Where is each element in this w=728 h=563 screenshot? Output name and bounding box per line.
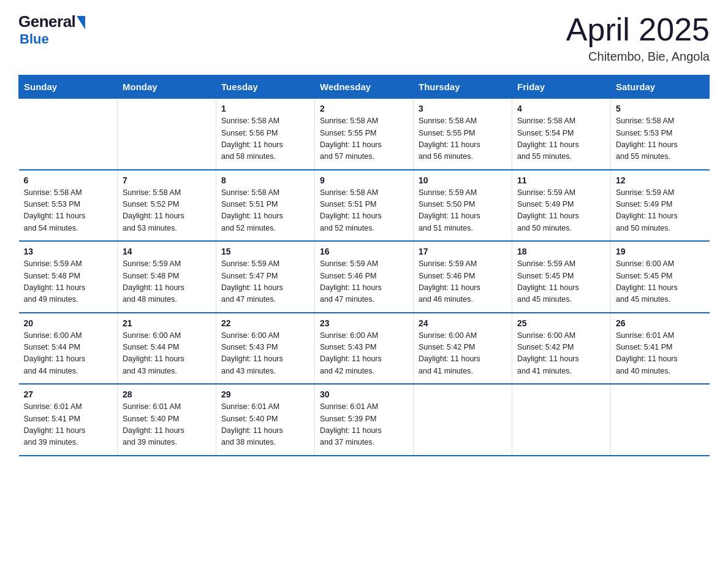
day-number: 29 — [221, 389, 309, 399]
weekday-header-row: SundayMondayTuesdayWednesdayThursdayFrid… — [19, 75, 710, 99]
day-info: Sunrise: 6:00 AM Sunset: 5:43 PM Dayligh… — [221, 330, 309, 378]
logo-blue-text: Blue — [20, 31, 49, 47]
day-info: Sunrise: 5:58 AM Sunset: 5:51 PM Dayligh… — [221, 187, 309, 235]
day-number: 4 — [517, 104, 605, 113]
day-number: 2 — [320, 104, 408, 113]
calendar-cell — [118, 99, 216, 170]
calendar-cell: 15Sunrise: 5:59 AM Sunset: 5:47 PM Dayli… — [216, 241, 315, 313]
day-number: 6 — [24, 175, 113, 185]
calendar-cell: 4Sunrise: 5:58 AM Sunset: 5:54 PM Daylig… — [512, 99, 611, 170]
page-header: General Blue April 2025 Chitembo, Bie, A… — [18, 12, 710, 64]
day-info: Sunrise: 6:01 AM Sunset: 5:41 PM Dayligh… — [616, 330, 705, 378]
calendar-cell: 2Sunrise: 5:58 AM Sunset: 5:55 PM Daylig… — [315, 99, 414, 170]
calendar-cell: 11Sunrise: 5:59 AM Sunset: 5:49 PM Dayli… — [512, 170, 611, 242]
calendar-cell: 9Sunrise: 5:58 AM Sunset: 5:51 PM Daylig… — [315, 170, 414, 242]
day-number: 10 — [419, 175, 507, 185]
day-number: 5 — [616, 104, 705, 113]
day-number: 22 — [221, 318, 309, 328]
title-area: April 2025 Chitembo, Bie, Angola — [566, 12, 710, 64]
day-number: 12 — [616, 175, 705, 185]
calendar-cell: 3Sunrise: 5:58 AM Sunset: 5:55 PM Daylig… — [414, 99, 512, 170]
day-info: Sunrise: 6:00 AM Sunset: 5:43 PM Dayligh… — [320, 330, 408, 378]
calendar-cell: 5Sunrise: 5:58 AM Sunset: 5:53 PM Daylig… — [611, 99, 710, 170]
calendar-cell — [512, 384, 611, 456]
logo-general-text: General — [18, 12, 75, 31]
day-number: 24 — [419, 318, 507, 328]
day-number: 17 — [419, 247, 507, 256]
day-number: 25 — [517, 318, 605, 328]
day-number: 23 — [320, 318, 408, 328]
weekday-header-friday: Friday — [512, 75, 611, 99]
calendar-body: 1Sunrise: 5:58 AM Sunset: 5:56 PM Daylig… — [19, 99, 710, 456]
calendar-header: SundayMondayTuesdayWednesdayThursdayFrid… — [19, 75, 710, 99]
calendar-cell: 1Sunrise: 5:58 AM Sunset: 5:56 PM Daylig… — [216, 99, 315, 170]
day-info: Sunrise: 6:01 AM Sunset: 5:40 PM Dayligh… — [123, 401, 211, 449]
day-info: Sunrise: 5:58 AM Sunset: 5:53 PM Dayligh… — [24, 187, 113, 235]
calendar-cell: 30Sunrise: 6:01 AM Sunset: 5:39 PM Dayli… — [315, 384, 414, 456]
day-info: Sunrise: 6:00 AM Sunset: 5:42 PM Dayligh… — [517, 330, 605, 378]
day-info: Sunrise: 5:59 AM Sunset: 5:48 PM Dayligh… — [123, 258, 211, 306]
calendar-cell: 10Sunrise: 5:59 AM Sunset: 5:50 PM Dayli… — [414, 170, 512, 242]
calendar-table: SundayMondayTuesdayWednesdayThursdayFrid… — [18, 75, 710, 456]
day-info: Sunrise: 5:59 AM Sunset: 5:49 PM Dayligh… — [616, 187, 705, 235]
day-info: Sunrise: 5:59 AM Sunset: 5:50 PM Dayligh… — [419, 187, 507, 235]
calendar-cell: 19Sunrise: 6:00 AM Sunset: 5:45 PM Dayli… — [611, 241, 710, 313]
calendar-cell: 20Sunrise: 6:00 AM Sunset: 5:44 PM Dayli… — [19, 313, 118, 385]
calendar-week-row: 1Sunrise: 5:58 AM Sunset: 5:56 PM Daylig… — [19, 99, 710, 170]
calendar-week-row: 13Sunrise: 5:59 AM Sunset: 5:48 PM Dayli… — [19, 241, 710, 313]
calendar-cell: 26Sunrise: 6:01 AM Sunset: 5:41 PM Dayli… — [611, 313, 710, 385]
day-info: Sunrise: 5:58 AM Sunset: 5:52 PM Dayligh… — [123, 187, 211, 235]
day-info: Sunrise: 5:59 AM Sunset: 5:49 PM Dayligh… — [517, 187, 605, 235]
day-number: 27 — [24, 389, 113, 399]
day-info: Sunrise: 5:58 AM Sunset: 5:55 PM Dayligh… — [320, 115, 408, 163]
day-number: 1 — [221, 104, 309, 113]
calendar-cell: 16Sunrise: 5:59 AM Sunset: 5:46 PM Dayli… — [315, 241, 414, 313]
day-info: Sunrise: 5:58 AM Sunset: 5:54 PM Dayligh… — [517, 115, 605, 163]
calendar-week-row: 6Sunrise: 5:58 AM Sunset: 5:53 PM Daylig… — [19, 170, 710, 242]
day-number: 16 — [320, 247, 408, 256]
day-number: 14 — [123, 247, 211, 256]
day-number: 18 — [517, 247, 605, 256]
calendar-cell: 27Sunrise: 6:01 AM Sunset: 5:41 PM Dayli… — [19, 384, 118, 456]
logo-triangle-icon — [77, 16, 85, 29]
day-number: 19 — [616, 247, 705, 256]
day-number: 13 — [24, 247, 113, 256]
location-text: Chitembo, Bie, Angola — [566, 50, 710, 64]
day-info: Sunrise: 6:01 AM Sunset: 5:39 PM Dayligh… — [320, 401, 408, 449]
day-info: Sunrise: 6:00 AM Sunset: 5:44 PM Dayligh… — [123, 330, 211, 378]
weekday-header-sunday: Sunday — [19, 75, 118, 99]
calendar-cell: 6Sunrise: 5:58 AM Sunset: 5:53 PM Daylig… — [19, 170, 118, 242]
day-number: 26 — [616, 318, 705, 328]
weekday-header-thursday: Thursday — [414, 75, 512, 99]
day-info: Sunrise: 5:58 AM Sunset: 5:51 PM Dayligh… — [320, 187, 408, 235]
calendar-week-row: 20Sunrise: 6:00 AM Sunset: 5:44 PM Dayli… — [19, 313, 710, 385]
day-info: Sunrise: 6:00 AM Sunset: 5:42 PM Dayligh… — [419, 330, 507, 378]
day-info: Sunrise: 5:59 AM Sunset: 5:46 PM Dayligh… — [320, 258, 408, 306]
calendar-cell — [19, 99, 118, 170]
calendar-cell: 13Sunrise: 5:59 AM Sunset: 5:48 PM Dayli… — [19, 241, 118, 313]
calendar-cell: 8Sunrise: 5:58 AM Sunset: 5:51 PM Daylig… — [216, 170, 315, 242]
day-number: 11 — [517, 175, 605, 185]
day-info: Sunrise: 6:00 AM Sunset: 5:45 PM Dayligh… — [616, 258, 705, 306]
calendar-cell: 28Sunrise: 6:01 AM Sunset: 5:40 PM Dayli… — [118, 384, 216, 456]
day-info: Sunrise: 5:59 AM Sunset: 5:47 PM Dayligh… — [221, 258, 309, 306]
day-info: Sunrise: 5:59 AM Sunset: 5:48 PM Dayligh… — [24, 258, 113, 306]
day-info: Sunrise: 6:01 AM Sunset: 5:41 PM Dayligh… — [24, 401, 113, 449]
day-info: Sunrise: 5:59 AM Sunset: 5:45 PM Dayligh… — [517, 258, 605, 306]
calendar-cell: 21Sunrise: 6:00 AM Sunset: 5:44 PM Dayli… — [118, 313, 216, 385]
calendar-cell: 12Sunrise: 5:59 AM Sunset: 5:49 PM Dayli… — [611, 170, 710, 242]
day-number: 20 — [24, 318, 113, 328]
calendar-cell: 14Sunrise: 5:59 AM Sunset: 5:48 PM Dayli… — [118, 241, 216, 313]
day-number: 8 — [221, 175, 309, 185]
calendar-cell: 24Sunrise: 6:00 AM Sunset: 5:42 PM Dayli… — [414, 313, 512, 385]
day-info: Sunrise: 6:00 AM Sunset: 5:44 PM Dayligh… — [24, 330, 113, 378]
day-info: Sunrise: 5:58 AM Sunset: 5:55 PM Dayligh… — [419, 115, 507, 163]
calendar-cell — [611, 384, 710, 456]
day-number: 9 — [320, 175, 408, 185]
logo: General Blue — [18, 12, 85, 47]
calendar-cell: 23Sunrise: 6:00 AM Sunset: 5:43 PM Dayli… — [315, 313, 414, 385]
day-number: 3 — [419, 104, 507, 113]
day-info: Sunrise: 6:01 AM Sunset: 5:40 PM Dayligh… — [221, 401, 309, 449]
calendar-cell: 29Sunrise: 6:01 AM Sunset: 5:40 PM Dayli… — [216, 384, 315, 456]
weekday-header-wednesday: Wednesday — [315, 75, 414, 99]
